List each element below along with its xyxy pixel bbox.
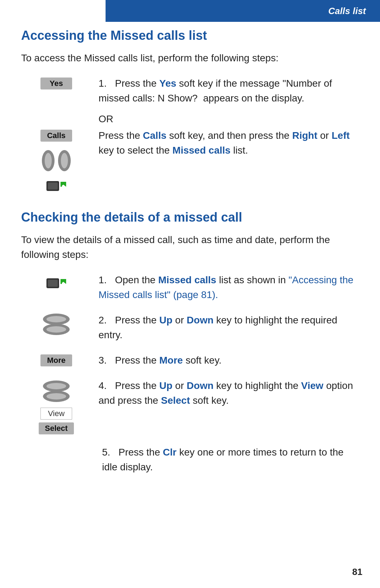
svg-rect-5 bbox=[48, 182, 58, 190]
s2-step2-icon-col bbox=[21, 313, 91, 336]
section2-intro: To view the details of a missed call, su… bbox=[21, 233, 359, 262]
s2-step1-pre: Open the bbox=[115, 274, 158, 285]
svg-point-15 bbox=[46, 326, 66, 333]
step1-area: Yes 1. Press the Yes soft key if the mes… bbox=[21, 76, 359, 106]
step1b-pre1: Press the bbox=[99, 130, 143, 141]
or-line: OR bbox=[21, 113, 359, 125]
nav-arrows-icon bbox=[40, 147, 72, 175]
calls-icon-col: Calls bbox=[21, 128, 91, 196]
step1-yes-bold: Yes bbox=[159, 78, 176, 89]
header-title: Calls list bbox=[328, 6, 366, 17]
select-key-icon: Select bbox=[39, 422, 74, 434]
s2-missed-call-icon bbox=[46, 276, 67, 293]
s2-step2-area: 2. Press the Up or Down key to highlight… bbox=[21, 313, 359, 342]
s2-step2-or: or bbox=[172, 315, 186, 326]
s2-step4-col: 4. Press the Up or Down key to highlight… bbox=[91, 378, 359, 408]
section1-intro: To access the Missed calls list, perform… bbox=[21, 51, 359, 66]
s2-step4-up: Up bbox=[159, 380, 172, 391]
s2-step4-icon-col: View Select bbox=[21, 378, 91, 434]
s2-step3-rest: soft key. bbox=[183, 355, 222, 366]
s2-step3-more: More bbox=[159, 355, 183, 366]
section1-heading: Accessing the Missed calls list bbox=[21, 28, 359, 43]
s2-step2-text: 2. Press the Up or Down key to highlight… bbox=[99, 313, 359, 342]
main-content: Accessing the Missed calls list To acces… bbox=[21, 28, 359, 560]
calls-key-icon: Calls bbox=[40, 130, 72, 142]
s2-step4-down: Down bbox=[187, 380, 214, 391]
s2-step5-area: 5. Press the Clr key one or more times t… bbox=[21, 445, 359, 475]
s2-step1-bold: Missed calls bbox=[158, 274, 216, 285]
s2-step3-icon-col: More bbox=[21, 353, 91, 366]
step1b-or: or bbox=[317, 130, 331, 141]
yes-key-col: Yes bbox=[21, 76, 91, 89]
s2-step3-pre: Press the bbox=[115, 355, 159, 366]
s2-step2-col: 2. Press the Up or Down key to highlight… bbox=[91, 313, 359, 342]
s2-step1-text: 1. Open the Missed calls list as shown i… bbox=[99, 273, 359, 302]
s2-step4-text: 4. Press the Up or Down key to highlight… bbox=[99, 378, 359, 408]
s2-step2-down: Down bbox=[187, 315, 214, 326]
step1b-missed: Missed calls bbox=[172, 145, 230, 156]
s2-step4-or: or bbox=[172, 380, 186, 391]
s2-step3-text: 3. Press the More soft key. bbox=[99, 353, 359, 368]
yes-key-icon: Yes bbox=[40, 78, 72, 89]
s2-step4-view: View bbox=[301, 380, 323, 391]
s2-step1-area: 1. Open the Missed calls list as shown i… bbox=[21, 273, 359, 302]
s2-step2-num: 2. bbox=[99, 315, 112, 326]
more-key-icon: More bbox=[40, 354, 72, 366]
s2-step5-pre: Press the bbox=[119, 447, 163, 458]
view-box-label: View bbox=[40, 408, 72, 420]
up-down-arrows-icon bbox=[40, 313, 72, 336]
step1-pre: Press the bbox=[115, 78, 159, 89]
step1-number: 1. bbox=[99, 78, 112, 89]
svg-rect-7 bbox=[61, 182, 62, 187]
step1-col: 1. Press the Yes soft key if the message… bbox=[91, 76, 359, 106]
page-number: 81 bbox=[352, 567, 362, 577]
svg-point-13 bbox=[46, 316, 66, 322]
step1b-col: Press the Calls soft key, and then press… bbox=[91, 128, 359, 158]
s2-step2-up: Up bbox=[159, 315, 172, 326]
s2-up-down-arrows-icon bbox=[40, 380, 72, 403]
s2-step4-pre2: key to highlight the bbox=[214, 380, 301, 391]
s2-step3-num: 3. bbox=[99, 355, 112, 366]
missed-call-icon bbox=[46, 178, 67, 196]
s2-step4-rest: soft key. bbox=[190, 395, 229, 406]
step1b-list: list. bbox=[230, 145, 248, 156]
s2-step1-num: 1. bbox=[99, 274, 112, 285]
step1b-pre3: key to select the bbox=[99, 145, 172, 156]
s2-step2-pre: Press the bbox=[115, 315, 159, 326]
s2-step5-text: 5. Press the Clr key one or more times t… bbox=[102, 445, 359, 475]
s2-step5-col: 5. Press the Clr key one or more times t… bbox=[95, 445, 359, 475]
s2-step3-col: 3. Press the More soft key. bbox=[91, 353, 359, 368]
s2-step5-clr: Clr bbox=[163, 447, 177, 458]
s2-step4-pre1: Press the bbox=[115, 380, 159, 391]
step1b-calls: Calls bbox=[143, 130, 166, 141]
step1b-text: Press the Calls soft key, and then press… bbox=[99, 128, 359, 158]
s2-step5-num: 5. bbox=[102, 447, 116, 458]
step1b-right: Right bbox=[292, 130, 317, 141]
s2-step4-area: View Select 4. Press the Up or Down key … bbox=[21, 378, 359, 434]
svg-point-3 bbox=[61, 153, 68, 168]
svg-rect-9 bbox=[48, 280, 58, 287]
s2-step1-col: 1. Open the Missed calls list as shown i… bbox=[91, 273, 359, 302]
s2-step1-icon-col bbox=[21, 273, 91, 293]
step1b-pre2: soft key, and then press the bbox=[166, 130, 292, 141]
svg-point-17 bbox=[46, 383, 66, 389]
s2-step4-select: Select bbox=[161, 395, 190, 406]
step1-text: 1. Press the Yes soft key if the message… bbox=[99, 76, 359, 106]
header-bar: Calls list bbox=[106, 0, 380, 22]
svg-rect-11 bbox=[61, 279, 62, 284]
svg-point-19 bbox=[46, 393, 66, 400]
s2-step1-rest1: list as shown in bbox=[216, 274, 289, 285]
step1b-left: Left bbox=[331, 130, 349, 141]
s2-step4-num: 4. bbox=[99, 380, 112, 391]
svg-point-1 bbox=[45, 153, 52, 168]
calls-icon-area: Calls bbox=[40, 130, 72, 196]
s2-step3-area: More 3. Press the More soft key. bbox=[21, 353, 359, 368]
section2-heading: Checking the details of a missed call bbox=[21, 210, 359, 225]
step1b-area: Calls bbox=[21, 128, 359, 196]
